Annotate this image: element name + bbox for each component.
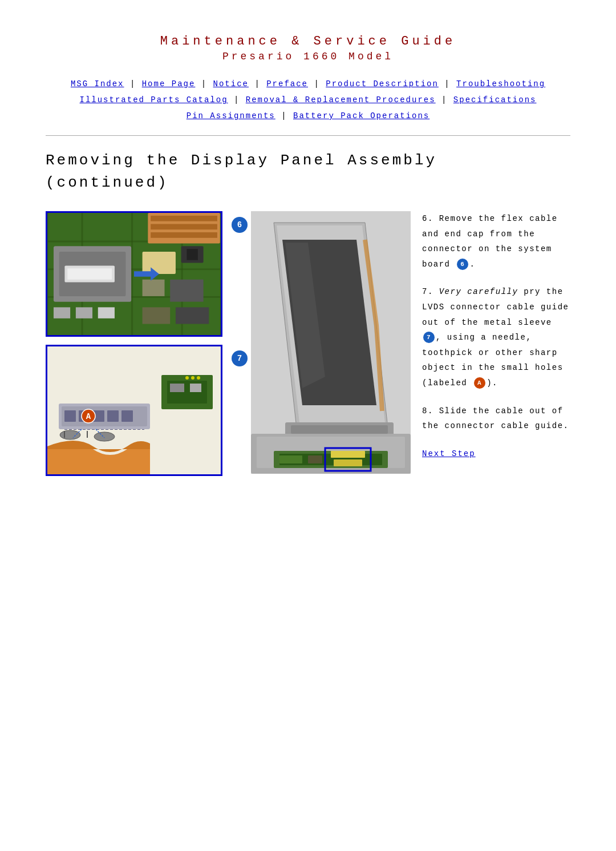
nav-pin-assignments[interactable]: Pin Assignments [187,111,275,120]
svg-rect-23 [187,249,197,260]
nav-removal[interactable]: Removal & Replacement Procedures [246,95,436,104]
svg-rect-31 [64,410,76,422]
svg-rect-10 [151,232,217,238]
image-wrapper-6: 6 [46,211,240,337]
svg-point-48 [197,376,200,380]
svg-rect-25 [176,307,209,324]
step-7-number: 7. [422,287,439,296]
svg-rect-13 [54,307,70,318]
svg-rect-20 [67,268,112,279]
nav-battery[interactable]: Battery Pack Operations [293,111,429,120]
svg-point-47 [191,376,194,380]
nav-msg-index[interactable]: MSG Index [71,79,124,88]
svg-point-38 [60,430,80,439]
svg-rect-44 [170,384,184,392]
svg-rect-65 [308,455,322,463]
svg-rect-45 [190,384,201,392]
svg-rect-16 [143,252,176,274]
svg-rect-5 [131,213,133,335]
step-8-number: 8. Slide the cable out of the connector … [422,406,569,431]
nav-home-page[interactable]: Home Page [142,79,196,88]
badge-7-top: 7 [232,350,248,366]
svg-text:A: A [86,412,91,421]
svg-rect-15 [98,307,115,318]
text-column: 6. Remove the flex cable and end cap fro… [422,211,570,461]
svg-rect-63 [334,459,362,466]
svg-rect-14 [76,307,92,318]
nav-illustrated-parts[interactable]: Illustrated Parts Catalog [80,95,228,104]
svg-rect-34 [107,410,119,422]
nav-preface[interactable]: Preface [266,79,308,88]
page-container: Maintenance & Service Guide Presario 166… [0,0,616,851]
svg-rect-17 [143,280,165,296]
image-wrapper-7: 7 [46,345,240,476]
next-step-container: Next Step [422,446,570,462]
circuit-board-image [46,211,222,337]
badge-6-top: 6 [232,217,248,233]
svg-rect-8 [151,216,217,221]
header-section: Maintenance & Service Guide Presario 166… [46,34,570,62]
svg-rect-64 [279,455,302,463]
badge-7-inline: 7 [423,332,435,343]
badge-6-inline: 6 [457,259,468,270]
nav-section: MSG Index | Home Page | Notice | Preface… [46,76,570,124]
step-8-paragraph: 8. Slide the cable out of the connector … [422,404,570,434]
next-step-link[interactable]: Next Step [422,449,476,458]
svg-rect-35 [121,410,133,422]
svg-rect-62 [331,451,365,458]
laptop-side-image [251,211,411,474]
nav-specifications[interactable]: Specifications [453,95,537,104]
step-6-number: 6. Remove the flex cable and end cap fro… [422,214,558,269]
page-heading: Removing the Display Panel Assembly (con… [46,150,570,194]
nav-product-description[interactable]: Product Description [326,79,439,88]
svg-rect-18 [170,280,203,302]
main-title: Maintenance & Service Guide [46,34,570,49]
sub-title: Presario 1660 Model [46,51,570,62]
divider [46,135,570,136]
components-image: A [46,345,222,476]
main-content: 6 [46,211,570,476]
nav-notice[interactable]: Notice [213,79,249,88]
step-7-paragraph: 7. Very carefully pry the LVDS connector… [422,284,570,390]
svg-rect-56 [291,425,388,434]
nav-troubleshooting[interactable]: Troubleshooting [456,79,545,88]
images-column: 6 [46,211,240,476]
step-6-paragraph: 6. Remove the flex cable and end cap fro… [422,211,570,272]
svg-rect-24 [143,307,171,324]
svg-rect-9 [151,224,217,229]
badge-a-inline: A [474,377,485,389]
svg-point-39 [94,432,115,441]
step-7-italic: Very carefully [439,287,518,296]
svg-point-46 [185,376,189,380]
